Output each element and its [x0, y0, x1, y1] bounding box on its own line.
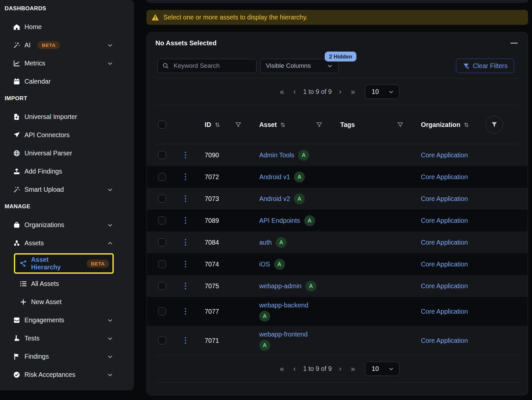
- asset-link[interactable]: API Endpoints: [259, 217, 300, 224]
- filter-tags-button[interactable]: [397, 121, 404, 128]
- sidebar-item-smart-upload[interactable]: Smart Upload: [5, 180, 134, 199]
- sidebar-item-add-findings[interactable]: Add Findings: [5, 162, 134, 180]
- sidebar-item-ai[interactable]: AI BETA: [5, 36, 134, 54]
- sidebar-section-dashboards: DASHBOARDS: [5, 5, 134, 12]
- clear-filters-button[interactable]: Clear Filters: [456, 59, 514, 73]
- next-page-button[interactable]: ›: [334, 88, 346, 96]
- previous-page-button[interactable]: ‹: [289, 365, 300, 373]
- sidebar-item-label: Tests: [24, 335, 40, 342]
- row-checkbox[interactable]: [158, 307, 166, 315]
- first-page-button[interactable]: «: [275, 365, 289, 373]
- page-size-value: 10: [372, 365, 379, 373]
- select-all-checkbox[interactable]: [158, 121, 166, 129]
- organization-link[interactable]: Core Application: [421, 260, 468, 268]
- sidebar-item-universal-parser[interactable]: Universal Parser: [5, 144, 134, 162]
- keyword-search-input[interactable]: [173, 62, 252, 70]
- keyword-search-box[interactable]: [157, 59, 257, 73]
- row-checkbox[interactable]: [158, 337, 166, 344]
- row-menu-kebab-icon[interactable]: [184, 307, 188, 316]
- row-menu-kebab-icon[interactable]: [184, 150, 188, 160]
- sidebar-item-new-asset[interactable]: New Asset: [5, 293, 134, 311]
- sidebar-item-label: Metrics: [24, 60, 45, 67]
- wand-icon: [13, 42, 20, 49]
- row-menu-kebab-icon[interactable]: [184, 260, 188, 269]
- tier-badge: A: [298, 150, 309, 161]
- filter-asset-button[interactable]: [316, 121, 323, 128]
- sidebar-item-calendar[interactable]: Calendar: [5, 72, 134, 91]
- row-menu-kebab-icon[interactable]: [184, 216, 188, 225]
- sidebar-item-label: Add Findings: [24, 168, 62, 175]
- sidebar-item-all-assets[interactable]: All Assets: [5, 275, 134, 293]
- sort-organization-button[interactable]: Organization: [421, 121, 470, 129]
- chevron-down-icon: [107, 335, 113, 342]
- organization-link[interactable]: Core Application: [421, 308, 468, 315]
- organization-link[interactable]: Core Application: [421, 195, 468, 203]
- filter-id-button[interactable]: [235, 121, 242, 128]
- pagination-range: 1 to 9 of 9: [303, 88, 332, 96]
- pagination-bottom: « ‹ 1 to 9 of 9 › » 10: [147, 355, 528, 382]
- sort-id-button[interactable]: ID: [205, 121, 221, 129]
- sidebar-item-universal-importer[interactable]: Universal Importer: [5, 108, 134, 126]
- asset-link[interactable]: Android v2: [259, 195, 290, 203]
- asset-link[interactable]: Android v1: [259, 173, 290, 181]
- table-row: 7084 authA Core Application: [147, 231, 528, 253]
- clear-filter-icon: [463, 62, 470, 69]
- previous-page-button[interactable]: ‹: [289, 88, 300, 96]
- tags-column-header: Tags: [340, 121, 355, 129]
- sidebar-item-label: Organizations: [24, 221, 64, 229]
- last-page-button[interactable]: »: [346, 88, 360, 96]
- row-checkbox[interactable]: [158, 238, 166, 246]
- table-filter-button[interactable]: [485, 116, 503, 134]
- table-row: 7072 Android v1A Core Application: [147, 166, 528, 188]
- sidebar-item-home[interactable]: Home: [5, 18, 134, 36]
- sidebar-item-assets[interactable]: Assets: [5, 234, 134, 252]
- row-menu-kebab-icon[interactable]: [184, 281, 188, 291]
- sidebar-item-risk-acceptances[interactable]: Risk Acceptances: [5, 366, 134, 384]
- visible-columns-dropdown[interactable]: Visible Columns 2 Hidden: [260, 59, 339, 73]
- organization-link[interactable]: Core Application: [421, 217, 468, 224]
- row-checkbox[interactable]: [158, 260, 166, 268]
- sidebar-item-metrics[interactable]: Metrics: [5, 54, 134, 72]
- sort-asset-button[interactable]: Asset: [259, 121, 286, 129]
- home-icon: [13, 23, 20, 30]
- chevron-down-icon: [107, 317, 113, 324]
- hierarchy-icon: [20, 260, 27, 267]
- next-page-button[interactable]: ›: [334, 365, 346, 373]
- asset-link[interactable]: iOS: [259, 260, 270, 268]
- organization-link[interactable]: Core Application: [421, 151, 468, 159]
- row-menu-kebab-icon[interactable]: [184, 336, 188, 345]
- row-menu-kebab-icon[interactable]: [184, 172, 188, 182]
- tier-badge: A: [259, 340, 270, 351]
- asset-link[interactable]: webapp-backend: [259, 301, 308, 309]
- asset-link[interactable]: webapp-frontend: [259, 331, 307, 338]
- collapse-panel-button[interactable]: [511, 43, 518, 44]
- organization-link[interactable]: Core Application: [421, 337, 468, 344]
- row-checkbox[interactable]: [158, 195, 166, 203]
- asset-link[interactable]: auth: [259, 239, 272, 246]
- sidebar-item-asset-hierarchy[interactable]: Asset Hierarchy BETA: [15, 255, 112, 272]
- page-size-select[interactable]: 10: [365, 362, 399, 376]
- sidebar-item-tests[interactable]: Tests: [5, 329, 134, 347]
- sidebar-item-engagements[interactable]: Engagements: [5, 311, 134, 329]
- page-size-select[interactable]: 10: [365, 85, 399, 99]
- search-icon: [162, 62, 169, 69]
- asset-id: 7072: [205, 173, 219, 180]
- row-checkbox[interactable]: [158, 282, 166, 290]
- first-page-button[interactable]: «: [275, 88, 289, 96]
- asset-link[interactable]: webapp-admin: [259, 282, 302, 290]
- organization-link[interactable]: Core Application: [421, 173, 468, 181]
- last-page-button[interactable]: »: [346, 365, 360, 373]
- row-menu-kebab-icon[interactable]: [184, 194, 188, 204]
- row-checkbox[interactable]: [158, 151, 166, 159]
- sidebar-item-organizations[interactable]: Organizations: [5, 216, 134, 234]
- sidebar-item-findings[interactable]: Findings: [5, 347, 134, 366]
- row-checkbox[interactable]: [158, 173, 166, 181]
- organization-link[interactable]: Core Application: [421, 282, 468, 290]
- tier-badge: A: [294, 172, 305, 182]
- tier-badge: A: [276, 237, 287, 248]
- organization-link[interactable]: Core Application: [421, 239, 468, 246]
- row-checkbox[interactable]: [158, 217, 166, 224]
- sidebar-item-api-connectors[interactable]: API Connectors: [5, 126, 134, 144]
- row-menu-kebab-icon[interactable]: [184, 238, 188, 247]
- asset-link[interactable]: Admin Tools: [259, 151, 294, 159]
